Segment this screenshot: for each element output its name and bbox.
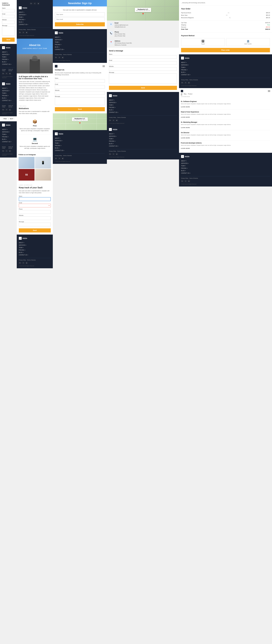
nav-about-1b[interactable]: ABOUT▾ — [2, 87, 15, 90]
keep-track-website-input[interactable] — [19, 216, 51, 220]
nav-blog-2b[interactable]: BLOG▾ — [19, 251, 51, 254]
send-name-input[interactable] — [109, 55, 177, 58]
terms-2a[interactable]: Terms of Service — [27, 29, 36, 30]
be-5a[interactable]: Be — [181, 82, 184, 84]
medium-top[interactable]: M — [34, 2, 36, 5]
nav-blog-1b[interactable]: BLOG▾ — [2, 97, 15, 99]
contact-message-input[interactable] — [55, 97, 105, 105]
d-3b[interactable]: ◉ — [62, 157, 64, 160]
nav-contact-1[interactable]: CONTACT US▾ — [2, 63, 15, 66]
nav-services-1[interactable]: SERVICES▾ — [2, 53, 15, 56]
nav-pricing-2b[interactable]: PRICING▾ — [19, 249, 51, 251]
nav-team-5a[interactable]: TEAM▾ — [181, 66, 270, 69]
behance-icon-1[interactable]: Be — [2, 72, 4, 75]
nav-contact-4b[interactable]: CONTACT US▾ — [109, 145, 177, 147]
dribbble-top[interactable]: ◉ — [37, 2, 40, 5]
nav-blog-5a[interactable]: BLOG▾ — [181, 71, 270, 74]
m-4a[interactable]: M — [112, 119, 114, 122]
nav-about-2b[interactable]: ABOUT▾ — [19, 242, 51, 244]
privacy-2b[interactable]: Privacy Policy — [19, 260, 26, 261]
nav-blog-5b[interactable]: BLOG▾ — [181, 170, 270, 172]
be-2a[interactable]: Be — [19, 31, 21, 34]
nav-contact-3b[interactable]: CONTACT US▾ — [55, 149, 105, 152]
keep-track-name-input[interactable] — [19, 197, 51, 201]
place-order-button[interactable]: Place order — [181, 48, 270, 52]
keep-track-email-input[interactable] — [19, 204, 51, 207]
nav-contact-1b[interactable]: CONTACT US▾ — [2, 99, 15, 102]
blog-item-2-learn-more[interactable]: LEARN MORE — [181, 116, 190, 118]
comment-send-button[interactable]: Send — [2, 38, 15, 42]
contact-email-input[interactable] — [55, 85, 105, 88]
nav-services-2b[interactable]: SERVICES▾ — [19, 244, 51, 246]
dribbble-icon-1b[interactable]: ◉ — [9, 108, 11, 111]
bank-method[interactable]: 🏦 Bank Transfer — [226, 38, 270, 46]
d-3a[interactable]: ◉ — [62, 56, 64, 58]
nav-services-3b[interactable]: SERVICES▾ — [55, 140, 105, 142]
terms-4a[interactable]: Terms of Service — [117, 117, 126, 118]
nav-services-2a[interactable]: SERVICES▾ — [19, 14, 51, 16]
privacy-4a[interactable]: Privacy Policy — [109, 117, 116, 118]
keep-track-phone-input[interactable] — [19, 210, 51, 214]
nav-team-1b[interactable]: TEAM▾ — [2, 92, 15, 94]
nav-blog-1c[interactable]: BLOG▾ — [2, 138, 15, 140]
nav-about-5a[interactable]: ABOUT▾ — [181, 61, 270, 64]
nav-team-3a[interactable]: TEAM▾ — [55, 41, 105, 44]
keep-track-send-button[interactable]: Send — [19, 228, 51, 232]
nav-pricing-5a[interactable]: PRICING▾ — [181, 69, 270, 71]
nav-blog-4b[interactable]: BLOG▾ — [109, 142, 177, 145]
m-3b[interactable]: M — [58, 157, 60, 160]
m-3a[interactable]: M — [58, 56, 60, 58]
nav-pricing-3a[interactable]: PRICING▾ — [55, 44, 105, 46]
send-email-input[interactable] — [109, 61, 177, 65]
send-message-textarea[interactable] — [109, 74, 177, 84]
be-2b[interactable]: Be — [19, 262, 21, 264]
nav-contact-2a[interactable]: CONTACT US▾ — [19, 23, 51, 26]
nav-about-5b[interactable]: ABOUT▾ — [181, 160, 270, 162]
comment-website-input[interactable] — [2, 21, 15, 24]
instagram-item-4[interactable] — [35, 169, 51, 180]
terms-2b[interactable]: Terms of Service — [27, 260, 36, 261]
nav-contact-4a[interactable]: CONTACT US▾ — [109, 111, 177, 114]
nav-team-1c[interactable]: TEAM▾ — [2, 133, 15, 136]
terms-3b[interactable]: Terms of Service — [63, 155, 72, 156]
m-5a[interactable]: M — [184, 82, 187, 84]
nav-blog-2a[interactable]: BLOG▾ — [19, 21, 51, 23]
nav-about-3b[interactable]: ABOUT▾ — [55, 137, 105, 140]
nav-team-2b[interactable]: TEAM▾ — [19, 246, 51, 249]
be-4b[interactable]: Be — [109, 153, 111, 155]
instagram-item-2[interactable]: 📱 — [35, 157, 51, 168]
nav-services-1b[interactable]: SERVICES▾ — [2, 90, 15, 92]
nav-services-4b[interactable]: SERVICES▾ — [109, 135, 177, 138]
dribbble-icon-1[interactable]: ◉ — [9, 72, 11, 75]
hamburger-icon[interactable] — [102, 66, 105, 67]
nav-about-3a[interactable]: ABOUT▾ — [55, 36, 105, 38]
privacy-policy-1b[interactable]: Privacy Policy — [2, 105, 7, 108]
nav-team-1[interactable]: TEAM▾ — [2, 56, 15, 58]
filter-product[interactable]: Product — [188, 93, 192, 95]
d-2b[interactable]: ◉ — [26, 262, 28, 264]
nav-pricing-3b[interactable]: PRICING▾ — [55, 144, 105, 147]
newsletter-email-input[interactable] — [55, 18, 105, 21]
nav-pricing-4a[interactable]: PRICING▾ — [109, 106, 177, 109]
nav-pricing-2a[interactable]: PRICING▾ — [19, 18, 51, 21]
terms-1b[interactable]: Terms of Service — [8, 105, 15, 108]
email-error-icon[interactable]: ✕ — [48, 205, 50, 206]
instagram-item-1[interactable] — [18, 157, 34, 168]
blog-hamburger[interactable] — [268, 90, 270, 92]
nav-pricing-5b[interactable]: PRICING▾ — [181, 167, 270, 170]
blog-item-5-learn-more[interactable]: LEARN MORE — [181, 148, 190, 149]
nav-blog-4a[interactable]: BLOG▾ — [109, 109, 177, 111]
be-4a[interactable]: Be — [109, 119, 111, 122]
nav-contact-2b[interactable]: CONTACT US▾ — [19, 254, 51, 256]
newsletter-name-input[interactable] — [55, 12, 105, 16]
privacy-2a[interactable]: Privacy Policy — [19, 29, 26, 30]
paypal-method[interactable]: 🅿 Paypal — [181, 38, 225, 46]
nav-pricing-1[interactable]: PRICING▾ — [2, 58, 15, 61]
privacy-4b[interactable]: Privacy Policy — [109, 150, 116, 152]
nav-services-3a[interactable]: SERVICES▾ — [55, 38, 105, 41]
d-4b[interactable]: ◉ — [116, 153, 118, 155]
m-2a[interactable]: M — [22, 31, 24, 34]
be-3b[interactable]: Be — [55, 157, 57, 160]
nav-services-1c[interactable]: SERVICES▾ — [2, 131, 15, 133]
blog-item-1-learn-more[interactable]: LEARN MORE — [181, 106, 190, 108]
